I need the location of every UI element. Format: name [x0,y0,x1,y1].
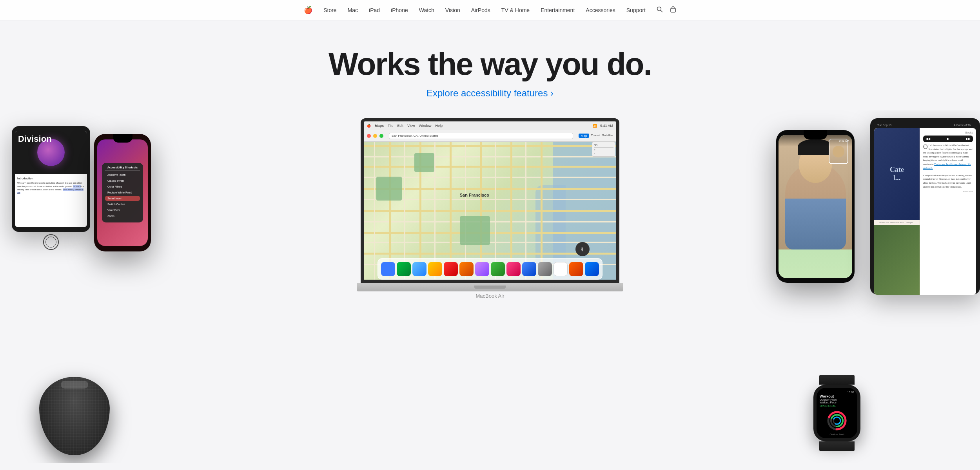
watch-activity-type: Outdoor Push [820,398,854,401]
ipad-book-title: Division [18,134,52,144]
nav-item-support[interactable]: Support [626,7,646,13]
ipad-home-button[interactable] [43,234,59,250]
facetime-background: 9:41 AM [779,135,852,278]
nav-item-vision[interactable]: Vision [445,7,460,13]
menubar-help[interactable]: Help [435,124,443,128]
menubar-window[interactable]: Window [419,124,431,128]
macbook-hinge-notch [474,286,506,289]
ipad-book-cover: Division [15,131,87,174]
acc-item-classic-invert[interactable]: Classic Invert [105,178,140,183]
toolbar-map-btn[interactable]: Map [579,134,590,138]
dock-icon-finder[interactable] [381,262,395,276]
devices-stage: Division Introduction We can't see the m… [0,110,980,463]
acc-item-assistivetouch[interactable]: AssistiveTouch [105,172,140,177]
macbook-base [357,283,623,291]
iphone-facetime-frame: 9:41 AM [776,130,855,283]
nav-apple-logo[interactable]: 🍎 [304,6,312,14]
macbook-map[interactable]: San Francisco 3D + - 🎙 [364,121,616,280]
dock-icon-photos[interactable] [475,262,489,276]
books-playback-controls: ◀◀ ▶ ▶▶ [923,136,973,142]
ipad-left-device: Division Introduction We can't see the m… [12,126,90,250]
menubar-file[interactable]: File [388,124,394,128]
ipad-body-text: We can't see the metabolic activities of… [17,181,85,195]
playback-play[interactable]: ▶ [947,137,949,141]
traffic-light-close[interactable] [367,134,371,138]
acc-item-zoom[interactable]: Zoom [105,213,140,219]
accessibility-link[interactable]: Explore accessibility features › [426,88,554,99]
dock-icon-safari[interactable] [412,262,426,276]
nav-item-store[interactable]: Store [323,7,336,13]
dock-icon-tv[interactable] [522,262,536,276]
iphone-facetime-notch [804,130,827,139]
svg-line-1 [661,10,662,12]
nav-item-mac[interactable]: Mac [348,7,358,13]
macbook-menubar: 🍎 Maps File Edit View Window Help 📶 9:41… [364,121,616,130]
watch-workout-title: Workout [820,394,854,398]
books-left-panel: Catel... When we were last with Catelyn.… [874,128,920,295]
bag-icon[interactable] [670,6,676,14]
dock-icon-news[interactable] [538,262,552,276]
playback-forward[interactable]: ▶▶ [966,137,971,141]
books-drop-cap: O [923,144,928,150]
ipad-text-content: Introduction We can't see the metabolic … [15,174,87,197]
menubar-maps[interactable]: Maps [375,124,384,128]
ipad-books-screen: Catel... When we were last with Catelyn.… [874,128,976,295]
menubar-view[interactable]: View [407,124,415,128]
macbook-toolbar: San Francisco, CA, United States Map Tra… [364,130,616,142]
watch-goal-text: OPEN GOAL [820,405,854,407]
macbook-screen: 🍎 Maps File Edit View Window Help 📶 9:41… [361,118,619,283]
dock-icon-podcast[interactable] [554,262,568,276]
iphone-facetime-screen: 9:41 AM [779,135,852,278]
macbook-label: MacBook Air [357,293,623,299]
ipad-books-time: Tue Sep 10 [877,124,891,127]
menubar-edit[interactable]: Edit [397,124,404,128]
acc-item-color-filters[interactable]: Color Filters [105,184,140,189]
macbook-dock [377,258,603,280]
dock-icon-maps[interactable] [459,262,474,276]
watch-band-bottom [819,441,855,451]
nav-item-iphone[interactable]: iPhone [391,7,408,13]
playback-back[interactable]: ◀◀ [926,137,930,141]
acc-item-voiceover[interactable]: VoiceOver [105,208,140,213]
homepod-device: Hey Siri, turn off the lights. [31,349,118,455]
acc-item-switch-control[interactable]: Switch Control [105,202,140,207]
ipad-home-ring [45,237,56,248]
nav-item-entertainment[interactable]: Entertainment [541,7,575,13]
toolbar-satellite-btn[interactable]: Satellite [602,134,613,138]
watch-screen: 10:09 Workout Outdoor Push Walking Pace … [817,388,857,438]
book-caption: When we were last with Catelyn... [874,220,920,225]
dock-icon-messages[interactable] [428,262,442,276]
traffic-light-maximize[interactable] [379,134,383,138]
acc-item-reduce-white[interactable]: Reduce White Point [105,190,140,195]
search-icon[interactable] [657,6,663,14]
dock-icon-calendar[interactable] [491,262,505,276]
ipad-books-device: Tue Sep 10 A Game of Th... Catel... When… [870,118,980,295]
traffic-light-minimize[interactable] [373,134,377,138]
dock-icon-trash[interactable] [585,262,599,276]
map-city-label: San Francisco [460,193,489,197]
dock-icon-xcode[interactable] [569,262,583,276]
book-cover-image: Catel... [874,128,920,220]
books-text-content: Of all the rooms in Winterfell's Great h… [923,144,973,189]
books-right-panel: Books ◀◀ ▶ ▶▶ Of all the rooms in Winter… [920,128,976,295]
iphone-left-notch [113,134,132,143]
nav-item-ipad[interactable]: iPad [369,7,380,13]
nav-item-watch[interactable]: Watch [419,7,434,13]
acc-item-smart-invert[interactable]: Smart Invert [105,196,140,201]
book-title-text: Catel... [890,166,904,183]
dock-icon-launchpad[interactable] [397,262,411,276]
ipad-books-frame: Tue Sep 10 A Game of Th... Catel... When… [870,118,980,295]
accessibility-shortcuts-menu: Accessibility Shortcuts AssistiveTouch C… [102,163,143,222]
dock-icon-mail[interactable] [444,262,458,276]
url-bar-text[interactable]: San Francisco, CA, United States [392,134,438,137]
nav-item-airpods[interactable]: AirPods [471,7,490,13]
nav-item-tv-home[interactable]: TV & Home [501,7,530,13]
watch-activity-rings [820,409,854,432]
nav-item-accessories[interactable]: Accessories [586,7,615,13]
ipad-books-chapter: A Game of Th... [954,124,973,127]
dock-icon-music[interactable] [506,262,521,276]
navigation-bar: 🍎 Store Mac iPad iPhone Watch Vision Air… [0,0,980,20]
hero-title: Works the way you do. [0,48,980,81]
homepod-top-control[interactable] [61,381,88,389]
toolbar-transit-btn[interactable]: Transit [591,134,600,138]
